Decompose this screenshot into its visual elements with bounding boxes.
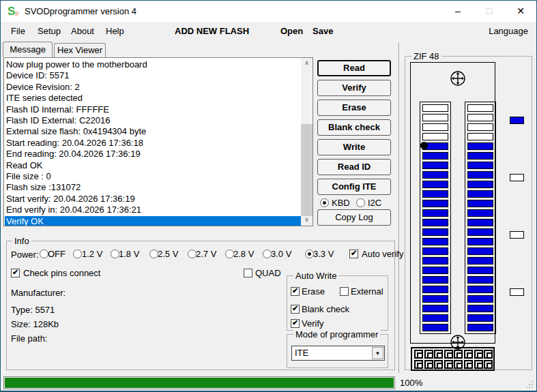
auto-write-group: Auto Write EraseExternalBlank checkVerif… [287,275,388,331]
check-pins-checkbox[interactable] [11,269,20,277]
connector-pad [444,350,453,359]
minimize-icon[interactable]: – [442,1,474,22]
log-line[interactable]: Device ID: 5571 [5,70,301,82]
connector-pad [454,350,463,359]
log-line[interactable]: Device Revision: 2 [5,82,301,93]
menu-item-open[interactable]: Open [280,26,303,36]
scroll-up-icon[interactable]: ∧ [301,58,313,69]
log-line[interactable]: ITE series detected [5,93,301,104]
zif-pin [422,314,448,322]
auto-write-blank-check-checkbox[interactable] [291,305,300,314]
zif-pin [422,247,448,255]
scroll-down-icon[interactable]: ∨ [301,215,313,226]
power-radio-1.2v[interactable] [73,250,82,258]
zif-pin [467,162,493,169]
resize-grip-icon[interactable] [525,380,534,389]
power-radio-label: 2.7 V [196,249,216,259]
scrollbar-thumb[interactable] [301,124,313,216]
zif-pin [467,286,493,293]
power-radio-label: 3.0 V [271,249,291,259]
connector-pad [474,360,483,369]
zif-pin [422,305,448,312]
auto-verify-label: Auto verify [362,249,403,259]
verify-button[interactable]: Verify [317,80,391,96]
log-line[interactable]: Now plug power to the motherboard [5,59,301,71]
zif-pin [467,181,493,188]
menu-item-save[interactable]: Save [313,26,333,36]
connector-pad [414,360,423,369]
maximize-icon: □ [474,1,505,22]
read-id-button[interactable]: Read ID [317,159,391,175]
info-field: File path: [11,333,47,344]
log-line[interactable]: End reading: 20.04.2026 17:36:19 [5,149,301,160]
auto-write-external-checkbox[interactable] [340,287,349,296]
blank-check-button[interactable]: Blank check [317,119,391,136]
connector-pad [464,350,473,359]
zif-pin [467,305,493,312]
quad-checkbox[interactable] [244,269,252,277]
write-button[interactable]: Write [317,139,391,155]
connector-pad [474,350,483,359]
zif-pin [422,190,448,198]
dropdown-arrow-icon[interactable]: ▼ [372,347,383,359]
zif-pin [422,171,448,179]
log-line[interactable]: End verify in: 20.04.2026 17:36:21 [5,205,301,216]
log-scrollbar[interactable]: ∧ ∨ [301,58,313,226]
auto-write-checkbox-label: Erase [302,286,325,297]
connector-pad [484,360,493,369]
menu-item-language[interactable]: Language [489,26,528,36]
log-line[interactable]: Flash ID External: C22016 [5,115,301,127]
zif-pin [467,152,493,160]
menu-item-about[interactable]: About [71,26,94,36]
log-line[interactable]: External size flash: 0x4194304 byte [5,126,301,138]
power-radio-label: 2.5 V [158,249,178,259]
auto-write-checkbox-label: Blank check [302,304,349,314]
zif-pin [422,181,448,188]
i2c-radio[interactable] [356,198,365,207]
zif-pin [422,209,448,217]
zif-pin [422,295,448,303]
zif-socket [410,62,495,344]
menu-item-help[interactable]: Help [106,26,124,36]
menu-item-add-new-flash[interactable]: ADD NEW FLASH [175,26,249,36]
log-line[interactable]: Start verify: 20.04.2026 17:36:19 [5,194,301,205]
zif-pin [422,238,448,245]
read-button[interactable]: Read [317,60,391,76]
log-line[interactable]: Flash size :131072 [5,182,301,194]
auto-write-group-label: Auto Write [293,271,338,281]
connector-pad [414,350,423,359]
mode-combobox[interactable]: ITE ▼ [291,346,385,361]
log-line[interactable]: Flash ID Internal: FFFFFE [5,104,301,116]
zif-pin [422,200,448,207]
connector-pad [434,360,443,369]
auto-write-erase-checkbox[interactable] [291,287,300,296]
log-line[interactable]: Verify OK [5,216,301,226]
connector-pad [424,360,433,369]
menu-item-file[interactable]: File [11,26,25,36]
auto-write-verify-checkbox[interactable] [291,319,300,328]
zif-pin-column-left [420,102,451,334]
mode-group-label: Mode of programmer [293,329,380,340]
log-line[interactable]: Read OK [5,160,301,172]
menu-item-setup[interactable]: Setup [38,26,61,36]
log-line[interactable]: Start reading: 20.04.2026 17:36:18 [5,138,301,149]
tab-hex-viewer[interactable]: Hex Viewer [54,43,106,57]
zif-pin [467,104,493,112]
auto-verify-checkbox[interactable] [349,250,358,258]
zif-pin [467,295,493,303]
power-radio-label: 2.8 V [233,249,254,259]
tab-message[interactable]: Message [3,42,53,57]
close-icon[interactable]: ✕ [505,1,536,22]
auto-write-checkbox-label: Verify [302,318,324,329]
config-ite-button[interactable]: Config ITE [317,179,391,195]
mode-group: Mode of programmer ITE ▼ [287,334,388,368]
kbd-radio[interactable] [320,198,329,207]
check-pins-label: Check pins connect [23,268,100,278]
quad-label: QUAD [255,268,281,278]
copy-log-button[interactable]: Copy Log [317,209,391,226]
indicator-led [510,288,524,296]
progress-bar [3,376,395,389]
message-log: Now plug power to the motherboardDevice … [3,57,313,226]
log-line[interactable]: File size : 0 [5,171,301,183]
erase-button[interactable]: Erase [317,100,391,116]
